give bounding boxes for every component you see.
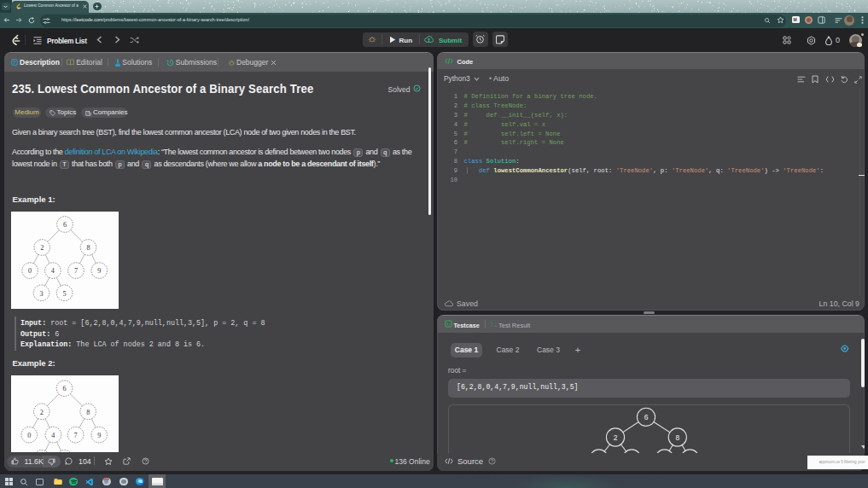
svg-text:0: 0: [28, 267, 32, 275]
svg-text:8: 8: [86, 244, 90, 252]
svg-text:7: 7: [74, 267, 78, 275]
svg-text:2: 2: [40, 409, 44, 416]
svg-text:7: 7: [74, 432, 78, 439]
svg-text:6: 6: [644, 412, 649, 421]
svg-text:2: 2: [614, 433, 618, 441]
svg-text:6: 6: [62, 385, 66, 392]
svg-text:6: 6: [63, 221, 67, 229]
svg-text:2: 2: [40, 244, 44, 252]
svg-text:3: 3: [39, 290, 43, 298]
svg-text:8: 8: [86, 409, 90, 416]
svg-text:5: 5: [63, 290, 67, 298]
svg-text:9: 9: [97, 267, 101, 275]
svg-text:4: 4: [51, 432, 55, 439]
svg-text:4: 4: [51, 267, 55, 275]
svg-text:8: 8: [675, 433, 679, 441]
svg-text:0: 0: [27, 432, 31, 439]
svg-text:9: 9: [97, 432, 101, 439]
